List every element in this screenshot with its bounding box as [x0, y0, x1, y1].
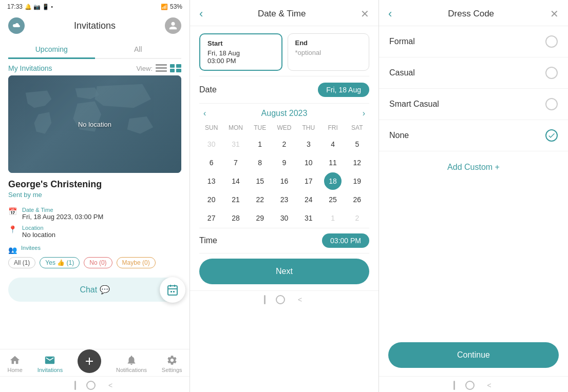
- cal-day[interactable]: 19: [348, 172, 366, 190]
- cal-day-selected[interactable]: 18: [324, 172, 342, 190]
- add-custom-button[interactable]: Add Custom +: [379, 153, 568, 181]
- invitees-icon: 👥: [8, 246, 17, 254]
- tab-upcoming[interactable]: Upcoming: [8, 40, 95, 59]
- time-chip[interactable]: 03:00 PM: [322, 233, 369, 248]
- cal-day[interactable]: 1: [324, 209, 342, 227]
- cal-day[interactable]: 2: [348, 209, 366, 227]
- event-title: George's Christening: [0, 173, 190, 191]
- svg-rect-1: [156, 67, 167, 69]
- grid-view-icon[interactable]: [170, 64, 181, 72]
- cal-day[interactable]: 31: [227, 135, 244, 153]
- back-button[interactable]: ‹: [199, 7, 203, 21]
- calendar-week-1: 30 31 1 2 3 4 5: [199, 135, 369, 153]
- cal-day[interactable]: 17: [300, 172, 317, 190]
- end-box[interactable]: End *optional: [288, 33, 370, 71]
- prev-month-button[interactable]: ‹: [199, 107, 210, 120]
- time-label: Time: [199, 236, 217, 245]
- cal-day[interactable]: 23: [275, 191, 293, 208]
- continue-button[interactable]: Continue: [388, 342, 559, 368]
- dress-option-smart-casual[interactable]: Smart Casual: [379, 89, 568, 120]
- cal-day[interactable]: 21: [227, 191, 244, 208]
- tab-all[interactable]: All: [95, 40, 182, 59]
- calendar-fab[interactable]: [160, 277, 185, 303]
- list-view-icon[interactable]: [156, 64, 167, 72]
- battery-level: 53%: [170, 3, 182, 10]
- cal-day[interactable]: 15: [251, 172, 269, 190]
- nav-settings[interactable]: Settings: [162, 355, 182, 373]
- cal-day[interactable]: 26: [348, 191, 366, 208]
- svg-rect-7: [168, 286, 177, 295]
- cal-day[interactable]: 30: [203, 135, 220, 153]
- nav-invitations[interactable]: Invitations: [37, 355, 63, 373]
- cal-day[interactable]: 16: [275, 172, 293, 190]
- cal-day[interactable]: 13: [203, 172, 220, 190]
- dress-back-button[interactable]: ‹: [388, 7, 392, 21]
- event-details: 📅 Date & Time Fri, 18 Aug 2023, 03:00 PM…: [0, 203, 190, 243]
- dress-option-formal[interactable]: Formal: [379, 26, 568, 57]
- no-location-text: No location: [78, 121, 111, 128]
- cal-day[interactable]: 1: [251, 135, 269, 153]
- dress-close-button[interactable]: ✕: [550, 8, 559, 20]
- cal-day[interactable]: 31: [300, 209, 317, 227]
- start-box[interactable]: Start Fri, 18 Aug 03:00 PM: [199, 33, 282, 71]
- calendar-grid: SUN MON TUE WED THU FRI SAT 30 31 1 2 3 …: [190, 122, 378, 228]
- cal-day[interactable]: 12: [348, 154, 366, 171]
- bottom-nav: Home Invitations Notifications Settings: [0, 349, 190, 376]
- cal-day[interactable]: 14: [227, 172, 244, 190]
- gesture-bar: <: [0, 376, 190, 392]
- calendar-week-3: 13 14 15 16 17 18 19: [199, 172, 369, 190]
- tag-all[interactable]: All (1): [8, 257, 35, 268]
- close-button[interactable]: ✕: [361, 8, 369, 20]
- cal-day[interactable]: 10: [300, 154, 317, 171]
- cal-day[interactable]: 9: [275, 154, 293, 171]
- next-button[interactable]: Next: [199, 259, 369, 284]
- location-label: Location: [22, 225, 55, 231]
- cal-day[interactable]: 27: [203, 209, 220, 227]
- cal-day[interactable]: 3: [300, 135, 317, 153]
- cal-day[interactable]: 24: [300, 191, 317, 208]
- svg-rect-12: [173, 291, 175, 292]
- date-time-info: Date & Time Fri, 18 Aug 2023, 03:00 PM: [22, 207, 103, 221]
- gesture-bar-2: <: [190, 290, 378, 306]
- world-map-svg: [8, 75, 181, 162]
- dress-option-casual[interactable]: Casual: [379, 57, 568, 89]
- nav-notifications[interactable]: Notifications: [116, 355, 147, 373]
- dress-option-none[interactable]: None: [379, 120, 568, 151]
- nav-add-fab[interactable]: [78, 349, 101, 373]
- weekday-fri: FRI: [320, 122, 345, 133]
- start-date: Fri, 18 Aug: [207, 49, 274, 57]
- gesture-chevron-3: <: [485, 381, 494, 390]
- date-time-panel: ‹ Date & Time ✕ Start Fri, 18 Aug 03:00 …: [190, 0, 379, 392]
- cal-day[interactable]: 29: [251, 209, 269, 227]
- notification-icons: 🔔 📷 📱 •: [25, 4, 53, 10]
- cal-day[interactable]: 2: [275, 135, 293, 153]
- modal-header: ‹ Date & Time ✕: [190, 0, 378, 26]
- dress-formal-label: Formal: [389, 37, 415, 46]
- cal-day[interactable]: 8: [251, 154, 269, 171]
- app-logo[interactable]: [8, 17, 25, 34]
- cal-day[interactable]: 4: [324, 135, 342, 153]
- cal-day[interactable]: 30: [275, 209, 293, 227]
- start-label: Start: [207, 40, 274, 47]
- user-avatar[interactable]: [165, 17, 181, 34]
- cal-day[interactable]: 5: [348, 135, 366, 153]
- tag-no[interactable]: No (0): [84, 257, 112, 268]
- nav-home[interactable]: Home: [7, 355, 22, 373]
- tag-yes[interactable]: Yes 👍 (1): [40, 257, 80, 268]
- next-month-button[interactable]: ›: [358, 107, 369, 120]
- chat-button[interactable]: Chat 💬: [8, 278, 181, 302]
- end-optional: *optional: [295, 49, 362, 56]
- cal-day[interactable]: 20: [203, 191, 220, 208]
- cal-day[interactable]: 28: [227, 209, 244, 227]
- cal-day[interactable]: 22: [251, 191, 269, 208]
- cal-day[interactable]: 6: [203, 154, 220, 171]
- cal-day[interactable]: 25: [324, 191, 342, 208]
- svg-rect-0: [156, 64, 167, 66]
- date-row-label: Date: [199, 85, 217, 94]
- cal-day[interactable]: 7: [227, 154, 244, 171]
- cal-day[interactable]: 11: [324, 154, 342, 171]
- dress-code-title: Dress Code: [448, 9, 494, 19]
- weekday-wed: WED: [272, 122, 296, 133]
- date-chip[interactable]: Fri, 18 Aug: [318, 83, 369, 97]
- tag-maybe[interactable]: Maybe (0): [117, 257, 156, 268]
